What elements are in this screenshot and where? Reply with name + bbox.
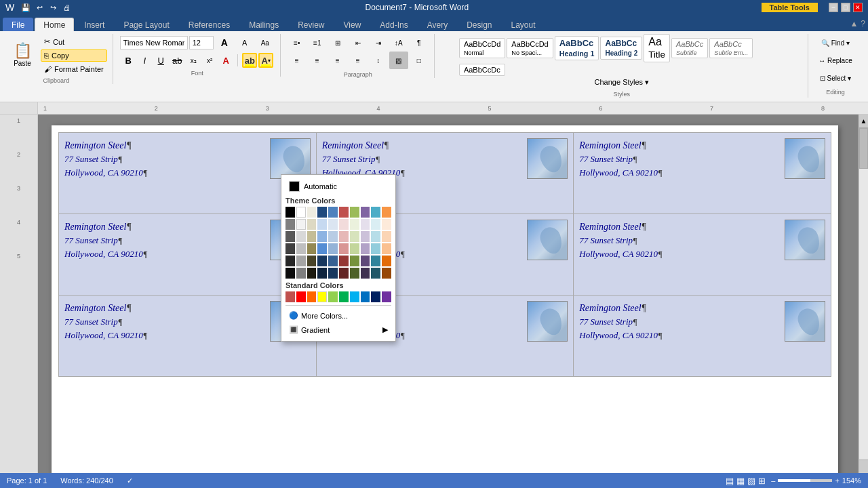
color-auto-option[interactable]: Automatic [285, 179, 391, 194]
document-area[interactable]: Remington Steel¶ 77 Sunset Strip¶ Hollyw… [38, 115, 859, 473]
tab-mailings[interactable]: Mailings [240, 18, 288, 31]
style-heading2[interactable]: AaBbCcHeading 2 [600, 37, 642, 60]
tc-6-5[interactable] [328, 268, 338, 279]
tc-1-6[interactable] [339, 207, 349, 218]
text-effects-button[interactable]: A [218, 53, 233, 68]
scroll-thumb[interactable] [859, 128, 868, 169]
scroll-down-btn[interactable]: ▼ [859, 460, 868, 473]
tc-3-3[interactable] [307, 231, 317, 242]
tc-2-4[interactable] [317, 219, 327, 230]
sc-5[interactable] [328, 291, 338, 302]
tc-2-6[interactable] [339, 219, 349, 230]
tc-5-4[interactable] [317, 256, 327, 266]
tc-3-6[interactable] [339, 231, 349, 242]
sc-7[interactable] [350, 291, 359, 302]
align-left-button[interactable]: ≡ [288, 52, 307, 69]
tab-tt-layout[interactable]: Layout [502, 18, 545, 31]
label-cell-3-3[interactable]: Remington Steel¶ 77 Sunset Strip¶ Hollyw… [574, 296, 831, 377]
view-web-btn[interactable]: ▧ [747, 476, 755, 486]
view-print-btn[interactable]: ▤ [726, 476, 734, 486]
tc-1-1[interactable] [285, 207, 295, 218]
spell-check-icon[interactable]: ✓ [127, 476, 133, 485]
tc-3-5[interactable] [328, 231, 338, 242]
qat-save[interactable]: 💾 [20, 1, 32, 14]
tc-1-3[interactable] [307, 207, 317, 218]
tab-page-layout[interactable]: Page Layout [115, 18, 178, 31]
tc-5-7[interactable] [350, 256, 359, 266]
clear-format-button[interactable]: Aa [256, 34, 275, 52]
label-cell-1-1[interactable]: Remington Steel¶ 77 Sunset Strip¶ Hollyw… [59, 133, 317, 214]
tab-home[interactable]: Home [35, 18, 74, 31]
minimize-btn[interactable]: – [829, 3, 838, 12]
tc-2-3[interactable] [307, 219, 317, 230]
tc-4-2[interactable] [296, 243, 306, 254]
style-no-spacing[interactable]: AaBbCcDdNo Spaci... [507, 38, 553, 58]
style-more[interactable]: AaBbCcDc [459, 64, 505, 76]
tc-1-2[interactable] [296, 207, 306, 218]
tc-6-3[interactable] [307, 268, 317, 279]
sc-10[interactable] [382, 291, 391, 302]
tc-1-8[interactable] [361, 207, 370, 218]
grow-font-button[interactable]: A [215, 34, 234, 52]
tc-6-8[interactable] [361, 268, 370, 279]
tc-1-4[interactable] [317, 207, 327, 218]
copy-button[interactable]: ⎘ Copy [41, 49, 107, 62]
bold-button[interactable]: B [121, 53, 136, 68]
style-normal[interactable]: AaBbCcDdNormal [459, 38, 505, 58]
tc-3-8[interactable] [361, 231, 370, 242]
scroll-up-btn[interactable]: ▲ [859, 115, 868, 128]
sc-2[interactable] [296, 291, 306, 302]
tc-4-9[interactable] [371, 243, 380, 254]
qat-undo[interactable]: ↩ [33, 1, 45, 14]
tc-6-6[interactable] [339, 268, 349, 279]
tc-4-6[interactable] [339, 243, 349, 254]
style-title[interactable]: AaTitle [644, 34, 670, 62]
align-center-button[interactable]: ≡ [308, 52, 327, 69]
align-right-button[interactable]: ≡ [328, 52, 347, 69]
tc-3-10[interactable] [382, 231, 391, 242]
font-size-input[interactable] [189, 36, 214, 49]
qat-print[interactable]: 🖨 [60, 1, 73, 14]
style-heading1[interactable]: AaBbCcHeading 1 [555, 36, 599, 60]
strikethrough-button[interactable]: ab [170, 53, 184, 68]
sc-6[interactable] [339, 291, 349, 302]
tc-3-7[interactable] [350, 231, 359, 242]
view-outline-btn[interactable]: ⊞ [758, 476, 766, 486]
zoom-out-btn[interactable]: – [771, 476, 775, 485]
label-cell-3-1[interactable]: Remington Steel¶ 77 Sunset Strip¶ Hollyw… [59, 296, 317, 377]
ribbon-minimize-icon[interactable]: ▲ [850, 19, 858, 28]
tc-2-1[interactable] [285, 219, 295, 230]
tab-review[interactable]: Review [289, 18, 333, 31]
tab-tt-design[interactable]: Design [458, 18, 500, 31]
font-name-input[interactable] [120, 36, 188, 49]
tc-2-10[interactable] [382, 219, 391, 230]
tc-1-9[interactable] [371, 207, 380, 218]
view-full-btn[interactable]: ▦ [736, 476, 745, 486]
tc-4-1[interactable] [285, 243, 295, 254]
zoom-slider[interactable] [778, 479, 832, 482]
tc-4-5[interactable] [328, 243, 338, 254]
tc-3-1[interactable] [285, 231, 295, 242]
label-cell-1-3[interactable]: Remington Steel¶ 77 Sunset Strip¶ Hollyw… [574, 133, 831, 214]
tab-references[interactable]: References [180, 18, 239, 31]
tab-insert[interactable]: Insert [75, 18, 113, 31]
tc-5-9[interactable] [371, 256, 380, 266]
tab-avery[interactable]: Avery [418, 18, 456, 31]
style-subtitle[interactable]: AaBbCcSubtitle [671, 38, 708, 58]
tc-3-9[interactable] [371, 231, 380, 242]
tc-5-1[interactable] [285, 256, 295, 266]
line-spacing-button[interactable]: ↕ [369, 52, 388, 69]
tc-6-7[interactable] [350, 268, 359, 279]
justify-button[interactable]: ≡ [349, 52, 368, 69]
italic-button[interactable]: I [137, 53, 152, 68]
qat-redo[interactable]: ↪ [47, 1, 59, 14]
help-icon[interactable]: ? [861, 19, 865, 28]
tab-view[interactable]: View [335, 18, 370, 31]
sort-button[interactable]: ↕A [389, 34, 408, 52]
tc-5-6[interactable] [339, 256, 349, 266]
sc-9[interactable] [371, 291, 380, 302]
gradient-option[interactable]: 🔳 Gradient ▶ [285, 323, 391, 337]
cut-button[interactable]: ✂ Cut [41, 35, 107, 48]
tc-5-10[interactable] [382, 256, 391, 266]
tc-4-4[interactable] [317, 243, 327, 254]
